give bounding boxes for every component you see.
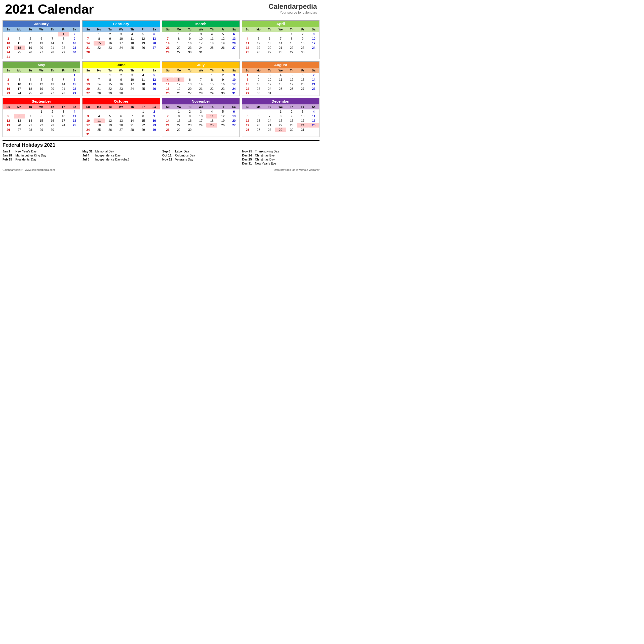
- day-of-week-label: Sa: [69, 68, 80, 72]
- day-cell: [138, 50, 149, 55]
- holiday-date: Feb 15: [3, 158, 14, 161]
- day-cell: 18: [162, 87, 173, 91]
- day-cell: [253, 32, 264, 36]
- day-cell: 12: [173, 82, 184, 87]
- day-cell: 22: [286, 46, 297, 50]
- day-cell: 13: [47, 82, 58, 87]
- day-of-week-label: Th: [206, 68, 217, 72]
- day-cell: [83, 32, 94, 36]
- day-cell: 22: [105, 87, 116, 91]
- page-title: 2021 Calendar: [5, 3, 94, 16]
- day-cell: 8: [206, 77, 217, 82]
- holiday-item: Jan 18Martin Luther King Day: [3, 153, 80, 157]
- day-of-week-label: Su: [3, 68, 14, 72]
- day-cell: 23: [69, 46, 80, 50]
- day-cell: [138, 91, 149, 96]
- day-cell: 29: [206, 91, 217, 96]
- days-header-dec: SuMoTuWeThFrSa: [242, 104, 319, 109]
- day-cell: 3: [195, 32, 207, 36]
- day-cell: 23: [217, 87, 228, 91]
- day-cell: 15: [58, 41, 69, 46]
- day-cell: 26: [149, 87, 160, 91]
- day-cell: 15: [286, 41, 297, 46]
- day-cell: 16: [184, 41, 195, 46]
- holiday-name: Labor Day: [175, 150, 189, 153]
- day-cell: 15: [94, 41, 105, 46]
- day-cell: 24: [308, 46, 319, 50]
- day-cell: 30: [253, 91, 264, 96]
- day-cell: 4: [69, 109, 80, 114]
- day-of-week-label: Mo: [94, 27, 105, 31]
- day-of-week-label: We: [36, 105, 47, 109]
- month-header-sep: September: [3, 98, 80, 104]
- day-cell: 3: [14, 77, 25, 82]
- day-cell: 30: [286, 128, 297, 132]
- day-cell: 7: [195, 77, 207, 82]
- day-cell: 27: [36, 50, 47, 55]
- day-cell: 31: [228, 91, 239, 96]
- month-jul: JulySuMoTuWeThFrSa1234567891011121314151…: [162, 61, 240, 96]
- day-of-week-label: Tu: [105, 27, 116, 31]
- day-of-week-label: Su: [162, 105, 173, 109]
- day-of-week-label: Tu: [184, 105, 195, 109]
- month-body-dec: 1234567891011121314151617181920212223242…: [242, 109, 319, 132]
- day-cell: 11: [14, 41, 25, 46]
- day-cell: 16: [3, 87, 14, 91]
- day-cell: 6: [228, 32, 239, 36]
- day-of-week-label: We: [116, 68, 127, 72]
- day-of-week-label: Su: [83, 68, 94, 72]
- day-cell: 14: [25, 118, 36, 123]
- day-cell: [297, 91, 308, 96]
- day-cell: 17: [264, 82, 275, 87]
- day-cell: 8: [173, 114, 184, 118]
- month-body-apr: 1234567891011121314151617181920212223242…: [242, 32, 319, 55]
- day-cell: 4: [162, 77, 173, 82]
- day-of-week-label: Fr: [217, 27, 228, 31]
- holiday-item: Dec 31New Year's Eve: [242, 162, 320, 166]
- day-cell: 7: [264, 114, 275, 118]
- day-cell: 2: [47, 109, 58, 114]
- day-of-week-label: Sa: [228, 105, 239, 109]
- day-of-week-label: Su: [3, 105, 14, 109]
- day-cell: [242, 109, 253, 114]
- day-cell: 21: [58, 87, 69, 91]
- day-cell: [25, 32, 36, 36]
- day-of-week-label: Fr: [217, 68, 228, 72]
- day-cell: 21: [308, 82, 319, 87]
- day-cell: 17: [58, 118, 69, 123]
- holiday-column-1: May 31Memorial DayJul 4Independence DayJ…: [83, 149, 160, 166]
- month-jan: JanuarySuMoTuWeThFrSa1234567891011121314…: [3, 20, 80, 59]
- day-cell: 21: [264, 123, 275, 128]
- day-cell: 16: [286, 118, 297, 123]
- day-cell: [36, 55, 47, 59]
- day-cell: 12: [286, 77, 297, 82]
- day-cell: 18: [14, 46, 25, 50]
- day-cell: 7: [94, 77, 105, 82]
- day-cell: 21: [47, 46, 58, 50]
- day-cell: 19: [286, 82, 297, 87]
- day-cell: 30: [69, 50, 80, 55]
- day-cell: 2: [3, 77, 14, 82]
- day-cell: 9: [297, 36, 308, 41]
- day-of-week-label: Su: [242, 68, 253, 72]
- day-cell: [228, 50, 239, 55]
- day-cell: 19: [149, 82, 160, 87]
- day-cell: 31: [195, 50, 207, 55]
- day-cell: 15: [242, 82, 253, 87]
- day-cell: 20: [184, 87, 195, 91]
- day-cell: 1: [286, 32, 297, 36]
- holiday-name: Christmas Day: [255, 158, 275, 161]
- day-cell: 23: [286, 123, 297, 128]
- holiday-date: Dec 25: [242, 158, 254, 161]
- day-cell: 4: [206, 109, 217, 114]
- day-cell: 4: [275, 73, 286, 77]
- day-cell: 24: [127, 87, 138, 91]
- day-cell: [275, 91, 286, 96]
- day-cell: 10: [195, 36, 207, 41]
- day-cell: [149, 132, 160, 137]
- day-cell: [36, 32, 47, 36]
- day-cell: [47, 73, 58, 77]
- day-cell: [14, 73, 25, 77]
- month-oct: OctoberSuMoTuWeThFrSa1234567891011121314…: [82, 98, 160, 137]
- day-cell: [94, 132, 105, 137]
